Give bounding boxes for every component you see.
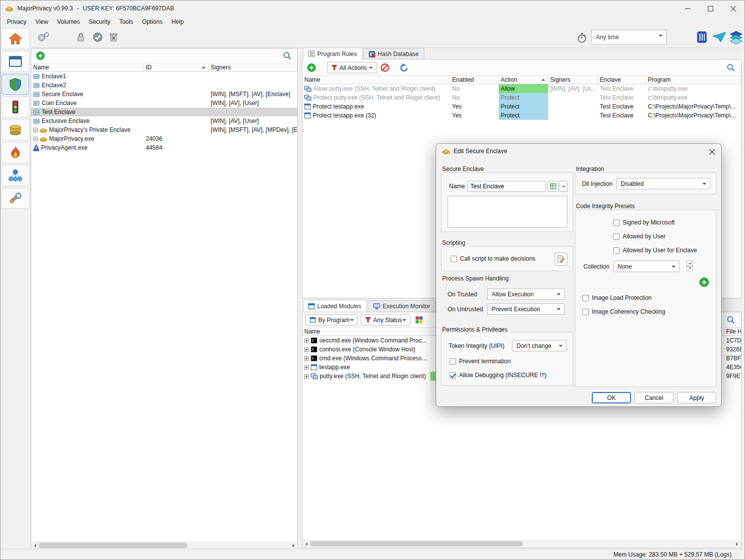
tab-loaded-modules[interactable]: Loaded Modules	[303, 300, 367, 312]
allowed-by-user-for-enclave-checkbox[interactable]: Allowed by User for Enclave	[613, 247, 697, 254]
lock-icon[interactable]	[77, 33, 85, 42]
rule-row[interactable]: Protect putty.exe (SSH, Telnet and Rlogi…	[302, 93, 741, 102]
settings-gears-icon[interactable]	[36, 31, 50, 43]
menu-view[interactable]: View	[31, 17, 53, 27]
menu-options[interactable]: Options	[138, 17, 167, 27]
column-header-action[interactable]: Action	[499, 76, 548, 84]
minimize-button[interactable]	[676, 0, 699, 16]
collection-select[interactable]: None	[613, 261, 680, 272]
scroll-left-arrow[interactable]	[303, 541, 310, 547]
collection-spinner[interactable]	[687, 261, 693, 271]
add-rule-button[interactable]	[307, 63, 316, 72]
tree-collapse-toggle[interactable]	[33, 128, 38, 132]
modules-horizontal-scrollbar[interactable]	[303, 540, 741, 547]
menu-help[interactable]: Help	[167, 17, 188, 27]
sidebar-item-tweaks[interactable]	[1, 188, 29, 209]
tab-execution-monitor[interactable]: Execution Monitor	[368, 300, 436, 312]
menu-tools[interactable]: Tools	[115, 17, 138, 27]
send-icon[interactable]	[712, 31, 726, 43]
tree-expand-toggle[interactable]	[304, 374, 309, 379]
scrollbar-thumb[interactable]	[310, 541, 523, 547]
enclave-row[interactable]: Enclave2	[31, 81, 297, 90]
column-header-program[interactable]: Program	[646, 76, 741, 84]
search-icon[interactable]	[283, 52, 291, 60]
enclave-row-selected[interactable]: Test Enclave	[31, 108, 297, 116]
scroll-right-arrow[interactable]	[734, 541, 741, 547]
collections-grid-button[interactable]	[548, 181, 559, 192]
tab-program-rules[interactable]: Program Rules	[303, 48, 362, 59]
enclave-name-input[interactable]	[467, 181, 546, 192]
column-header-name[interactable]: Name	[31, 63, 144, 71]
column-header-id[interactable]: ID	[144, 63, 209, 71]
token-integrity-select[interactable]: Don't change	[512, 340, 567, 351]
allowed-by-user-checkbox[interactable]: Allowed by User	[613, 233, 666, 240]
name-dropdown-button[interactable]	[560, 181, 568, 192]
close-button[interactable]	[722, 0, 745, 16]
on-trusted-select[interactable]: Allow Execution	[487, 288, 565, 300]
apply-button[interactable]: Apply	[677, 392, 716, 403]
block-icon[interactable]	[381, 63, 389, 72]
tree-expand-toggle[interactable]	[304, 356, 309, 361]
any-status-select[interactable]: Any Status	[361, 314, 410, 326]
image-load-protection-checkbox[interactable]: Image Load Protection	[582, 294, 652, 301]
discard-trash-icon[interactable]	[110, 33, 117, 42]
time-filter-select[interactable]: Any time	[591, 30, 667, 45]
column-header-enabled[interactable]: Enabled	[450, 76, 499, 84]
scroll-left-arrow[interactable]	[32, 542, 39, 549]
actions-filter-select[interactable]: All Actions	[327, 62, 377, 73]
sidebar-item-enclaves[interactable]	[1, 74, 29, 95]
categories-icon[interactable]	[415, 316, 423, 324]
enclave-row[interactable]: Coin Enclave [WIN], [AV], [User]	[31, 99, 297, 108]
column-header-name[interactable]: Name	[302, 328, 430, 336]
column-header-signers[interactable]: Signers	[209, 63, 297, 71]
sidebar-item-volumes[interactable]	[1, 119, 29, 140]
column-header-signers[interactable]: Signers	[548, 76, 598, 84]
refresh-icon[interactable]	[400, 63, 408, 72]
scrollbar-thumb[interactable]	[39, 543, 187, 548]
process-row[interactable]: MajorPrivacy.exe 24036	[31, 134, 297, 143]
column-header-name[interactable]: Name	[302, 76, 450, 84]
call-script-checkbox[interactable]: Call script to make decisions	[451, 255, 535, 262]
rule-row[interactable]: Protect testapp.exe (32) Yes Protect Tes…	[302, 111, 741, 120]
enclave-row[interactable]: MajorPrivacy's Private Enclave [WIN], [M…	[31, 125, 297, 134]
enclave-row[interactable]: Exclusive Enclave [WIN], [AV], [User]	[31, 116, 297, 125]
tree-collapse-toggle[interactable]	[33, 137, 38, 141]
enclave-row[interactable]: Secure Enclave [WIN], [MSFT], [AV], [Enc…	[31, 90, 297, 99]
menu-security[interactable]: Security	[84, 17, 115, 27]
rule-row[interactable]: Allow putty.exe (SSH, Telnet and Rlogin …	[302, 84, 741, 93]
allow-debugging-checkbox[interactable]: Allow Debugging (INSECURE !!!)	[450, 372, 547, 379]
dialog-close-icon[interactable]	[707, 147, 716, 156]
sidebar-item-access-rules[interactable]	[1, 97, 29, 117]
maximize-button[interactable]	[699, 0, 722, 16]
menu-volumes[interactable]: Volumes	[53, 17, 84, 27]
process-row[interactable]: PrivacyAgent.exe 44584	[31, 143, 297, 152]
tree-expand-toggle[interactable]	[304, 338, 309, 343]
sidebar-item-processes[interactable]	[1, 51, 29, 72]
sidebar-item-home[interactable]	[1, 28, 29, 49]
cancel-button[interactable]: Cancel	[634, 392, 674, 403]
by-program-select[interactable]: By Program	[305, 314, 358, 326]
sidebar-item-firewall[interactable]	[1, 142, 29, 163]
enclave-description-input[interactable]	[448, 196, 568, 227]
tab-hash-database[interactable]: Hash Database	[363, 48, 424, 59]
search-icon[interactable]	[727, 63, 735, 72]
tree-expand-toggle[interactable]	[304, 365, 309, 370]
column-header-file-hash[interactable]: File H	[724, 328, 741, 336]
verify-check-icon[interactable]	[93, 32, 103, 42]
reports-icon[interactable]	[695, 30, 708, 44]
image-coherency-checkbox[interactable]: Image Coherency Checking	[582, 308, 665, 315]
tree-expand-toggle[interactable]	[304, 347, 309, 352]
signed-by-microsoft-checkbox[interactable]: Signed by Microsoft	[613, 219, 675, 226]
edit-script-button[interactable]	[555, 253, 568, 266]
rule-row[interactable]: Protect testapp.exe Yes Protect Test Enc…	[302, 102, 741, 111]
prevent-termination-checkbox[interactable]: Prevent termination	[450, 358, 511, 365]
column-header-enclave[interactable]: Enclave	[598, 76, 646, 84]
add-collection-button[interactable]	[699, 278, 709, 287]
search-icon[interactable]	[727, 316, 735, 324]
menu-privacy[interactable]: Privacy	[2, 17, 31, 27]
on-untrusted-select[interactable]: Prevent Execution	[487, 303, 565, 315]
sidebar-item-network[interactable]	[1, 165, 29, 186]
dll-injection-select[interactable]: Disabled	[616, 178, 710, 189]
enclaves-horizontal-scrollbar[interactable]	[32, 542, 297, 549]
layers-icon[interactable]	[729, 30, 743, 44]
